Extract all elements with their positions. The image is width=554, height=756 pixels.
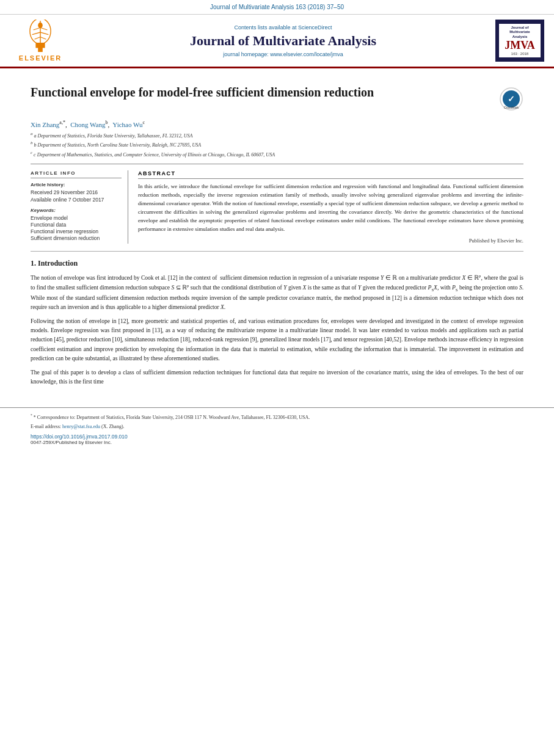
article-info-abstract: Article Info Article history: Received 2… <box>31 164 523 244</box>
affiliations: a a Department of Statistics, Florida St… <box>31 131 523 159</box>
received-date: Received 29 November 2016 <box>31 189 122 195</box>
keyword-2: Functional data <box>31 222 122 228</box>
footnote-correspondence: * * Correspondence to: Department of Sta… <box>31 413 523 421</box>
affiliation-a: a a Department of Statistics, Florida St… <box>31 131 523 140</box>
jmva-journal-name: Journal ofMultivariateAnalysis <box>500 26 539 39</box>
svg-line-7 <box>40 32 48 35</box>
article-info-col: Article Info Article history: Received 2… <box>31 170 128 244</box>
available-date: Available online 7 October 2017 <box>31 197 122 203</box>
page-footer: * * Correspondence to: Department of Sta… <box>0 407 554 450</box>
published-by: Published by Elsevier Inc. <box>138 238 523 244</box>
keyword-1: Envelope model <box>31 215 122 221</box>
keyword-3: Functional inverse regression <box>31 228 122 234</box>
journal-header: ELSEVIER Contents lists available at Sci… <box>0 15 554 68</box>
abstract-text: In this article, we introduce the functi… <box>138 183 523 234</box>
issn-text: 0047-259X/Published by Elsevier Inc. <box>31 440 523 445</box>
intro-para1: The notion of envelope was first introdu… <box>31 273 523 312</box>
svg-line-5 <box>40 27 47 30</box>
crossmark-badge-icon: ✓ CrossMark <box>499 87 523 111</box>
keyword-4: Sufficient dimension reduction <box>31 235 122 241</box>
jmva-abbrev: JMVA <box>500 39 539 52</box>
svg-text:CrossMark: CrossMark <box>504 106 519 109</box>
abstract-col: Abstract In this article, we introduce t… <box>138 170 523 244</box>
article-title-section: Functional envelope for model-free suffi… <box>31 78 523 116</box>
journal-homepage: journal homepage: www.elsevier.com/locat… <box>223 51 343 57</box>
affiliation-b: b b Department of Statistics, North Caro… <box>31 140 523 149</box>
elsevier-logo: ELSEVIER <box>10 20 71 62</box>
footnote-email: E-mail address: henry@stat.fsu.edu (X. Z… <box>31 423 523 431</box>
svg-point-10 <box>38 23 43 28</box>
elsevier-wordmark: ELSEVIER <box>19 54 62 62</box>
banner-journal-link[interactable]: Journal of Multivariate Analysis 163 (20… <box>210 4 344 10</box>
jmva-numbers: 163 · 2018 <box>500 52 539 56</box>
journal-title: Journal of Multivariate Analysis <box>190 33 376 49</box>
author2: Chong Wang <box>70 121 105 128</box>
abstract-heading: Abstract <box>138 170 523 179</box>
jmva-logo-inner: Journal ofMultivariateAnalysis JMVA 163 … <box>499 24 541 57</box>
article-info-heading: Article Info <box>31 170 122 178</box>
svg-line-6 <box>32 32 40 35</box>
introduction-heading: 1. Introduction <box>31 259 523 268</box>
main-content: Functional envelope for model-free suffi… <box>0 68 554 401</box>
svg-line-9 <box>40 37 46 39</box>
svg-rect-0 <box>38 48 43 53</box>
author1: Xin Zhang <box>31 121 59 128</box>
email-link[interactable]: henry@stat.fsu.edu <box>62 424 100 429</box>
history-label: Article history: <box>31 182 122 187</box>
keywords-label: Keywords: <box>31 208 122 213</box>
article-title: Functional envelope for model-free suffi… <box>31 84 374 100</box>
section-divider <box>31 251 523 252</box>
author3: Yichao Wu <box>112 121 142 128</box>
svg-line-8 <box>35 37 40 39</box>
svg-text:✓: ✓ <box>508 95 515 104</box>
affiliation-c: c c Department of Mathematics, Statistic… <box>31 150 523 159</box>
intro-para3: The goal of this paper is to develop a c… <box>31 368 523 387</box>
journal-banner: Journal of Multivariate Analysis 163 (20… <box>0 0 554 15</box>
svg-line-4 <box>34 27 40 30</box>
doi-link[interactable]: https://doi.org/10.1016/j.jmva.2017.09.0… <box>31 434 128 440</box>
journal-title-block: Contents lists available at ScienceDirec… <box>78 20 488 62</box>
page: Journal of Multivariate Analysis 163 (20… <box>0 0 554 756</box>
intro-para2: Following the notion of envelope in [12]… <box>31 317 523 363</box>
authors-line: Xin Zhanga,*, Chong Wangb, Yichao Wuc <box>31 120 523 128</box>
elsevier-tree-icon <box>22 20 59 53</box>
contents-available-line: Contents lists available at ScienceDirec… <box>234 24 332 31</box>
jmva-logo-box: Journal ofMultivariateAnalysis JMVA 163 … <box>495 20 544 62</box>
